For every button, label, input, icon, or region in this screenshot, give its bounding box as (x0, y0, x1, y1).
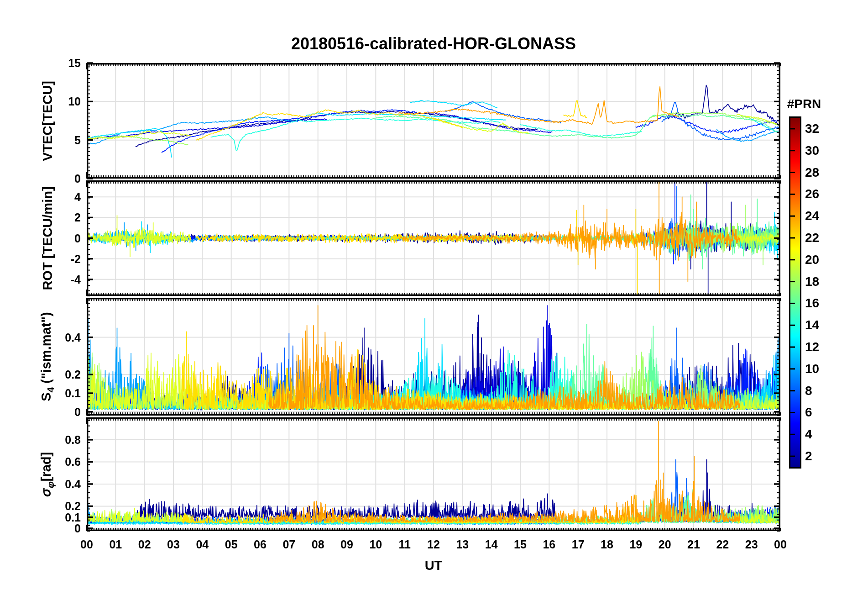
colorbar-tick-label: 6 (805, 406, 812, 419)
y-tick-label: 0.1 (65, 511, 81, 523)
colorbar-tick-label: 24 (805, 210, 819, 222)
x-tick-label: 15 (514, 539, 527, 550)
x-tick-label: 01 (109, 539, 122, 550)
colorbar-tick-label: 14 (805, 319, 819, 332)
x-tick-label: 09 (340, 539, 353, 550)
colorbar-tick-label: 20 (805, 253, 819, 266)
colorbar-tick-label: 26 (805, 188, 819, 200)
y-tick-label: 0.2 (65, 500, 81, 512)
x-tick-label: 21 (687, 539, 700, 550)
chart-title: 20180516-calibrated-HOR-GLONASS (291, 36, 576, 52)
y-axis-label-rot: ROT [TECU/min] (41, 186, 54, 290)
plot-canvas (0, 0, 868, 590)
colorbar-tick-label: 16 (805, 297, 819, 310)
colorbar-tick-label: 28 (805, 166, 819, 179)
colorbar-tick-label: 2 (805, 450, 812, 463)
x-tick-label: 00 (774, 539, 787, 550)
colorbar-tick-label: 22 (805, 232, 819, 244)
y-tick-label: -2 (71, 253, 81, 264)
y-tick-label: 0 (74, 522, 81, 534)
x-tick-label: 06 (254, 539, 267, 550)
x-tick-label: 17 (572, 539, 585, 550)
y-tick-label: 4 (74, 191, 81, 203)
colorbar-tick-label: 32 (805, 122, 819, 135)
x-tick-label: 23 (745, 539, 758, 550)
x-tick-label: 10 (369, 539, 382, 550)
y-tick-label: 0.2 (65, 369, 81, 380)
x-tick-label: 16 (543, 539, 555, 550)
x-tick-label: 05 (225, 539, 238, 550)
y-tick-label: -4 (71, 274, 81, 285)
y-tick-label: 15 (68, 58, 81, 69)
x-tick-label: 03 (167, 539, 180, 550)
y-tick-label: 10 (68, 96, 81, 107)
x-tick-label: 14 (485, 539, 498, 550)
x-axis-label: UT (425, 559, 443, 572)
y-tick-label: 0.1 (65, 388, 81, 399)
colorbar-tick-label: 8 (805, 385, 812, 397)
x-tick-label: 11 (398, 539, 410, 550)
y-tick-label: 0 (74, 232, 81, 244)
y-tick-label: 0.6 (65, 456, 81, 468)
x-tick-label: 13 (456, 539, 469, 550)
colorbar-tick-label: 12 (805, 341, 819, 353)
y-tick-label: 0 (74, 406, 81, 417)
y-tick-label: 0.4 (65, 478, 81, 490)
colorbar-tick-label: 4 (805, 428, 812, 441)
x-tick-label: 18 (601, 539, 613, 550)
x-tick-label: 19 (629, 539, 642, 550)
colorbar-tick-label: 10 (805, 363, 819, 375)
x-tick-label: 12 (427, 539, 440, 550)
x-tick-label: 07 (282, 539, 295, 550)
y-axis-label-vtec: VTEC[TECU] (41, 81, 54, 161)
x-tick-label: 04 (196, 539, 209, 550)
y-tick-label: 0.8 (65, 434, 81, 445)
x-tick-label: 22 (716, 539, 729, 550)
x-tick-label: 02 (138, 539, 151, 550)
figure: 20180516-calibrated-HOR-GLONASS UT #PRN … (0, 0, 868, 590)
x-tick-label: 08 (312, 539, 324, 550)
y-axis-label-sigma_phi: σφ[rad] (40, 452, 55, 496)
y-axis-label-s4: S4 ("ism.mat") (40, 312, 55, 401)
y-tick-label: 0.4 (65, 332, 81, 343)
x-tick-label: 00 (80, 539, 93, 550)
colorbar-title: #PRN (787, 98, 821, 111)
colorbar-tick-label: 30 (805, 144, 819, 157)
y-tick-label: 2 (74, 212, 81, 223)
y-tick-label: 0 (74, 173, 81, 184)
y-tick-label: 5 (74, 134, 81, 146)
x-tick-label: 20 (659, 539, 671, 550)
colorbar-tick-label: 18 (805, 275, 819, 288)
